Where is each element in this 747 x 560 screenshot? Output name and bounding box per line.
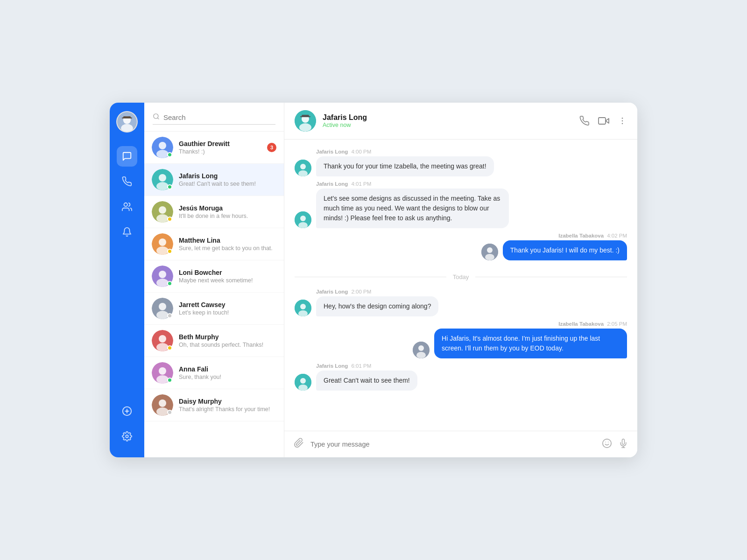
video-call-button[interactable] [598, 115, 609, 126]
contact-info: Jafaris Long Great! Can't wait to see th… [179, 172, 276, 187]
avatar-wrap [152, 137, 173, 158]
svg-point-46 [622, 118, 623, 119]
message-sender: Jafaris Long [316, 363, 348, 369]
svg-point-67 [603, 439, 611, 447]
message-avatar [295, 374, 311, 391]
svg-rect-43 [300, 116, 310, 117]
svg-point-31 [159, 335, 166, 343]
message-meta: Izabella Tabakova 4:02 PM [503, 233, 627, 238]
svg-point-41 [299, 123, 311, 132]
message-avatar [295, 211, 311, 228]
message-time: 4:01 PM [351, 181, 371, 187]
message-avatar [413, 342, 430, 358]
messages-area: Jafaris Long 4:00 PM Thank you for your … [284, 140, 637, 431]
contact-item[interactable]: Beth Murphy Oh, that sounds perfect. Tha… [144, 325, 284, 357]
sidebar-item-settings[interactable] [117, 426, 137, 447]
attach-button[interactable] [294, 438, 304, 451]
contact-item[interactable]: Anna Fali Sure, thank you! [144, 357, 284, 389]
sidebar-item-contacts[interactable] [117, 196, 137, 217]
contact-preview: It'll be done in a few hours. [179, 213, 276, 219]
chat-header-info: Jafaris Long Active now [323, 113, 573, 128]
sidebar-item-notifications[interactable] [117, 222, 137, 242]
message-input-bar [284, 431, 637, 457]
chat-contact-name: Jafaris Long [323, 113, 573, 122]
contact-item[interactable]: Matthew Lina Sure, let me get back to yo… [144, 228, 284, 260]
sidebar-item-phone[interactable] [117, 171, 137, 192]
status-dot [167, 345, 172, 350]
contact-info: Daisy Murphy That's alright! Thanks for … [179, 398, 276, 413]
search-input[interactable] [163, 113, 275, 121]
message-avatar [295, 160, 311, 176]
svg-point-9 [126, 435, 128, 438]
contact-item[interactable]: Jafaris Long Great! Can't wait to see th… [144, 164, 284, 196]
unread-badge: 3 [267, 143, 276, 152]
message-bubble: Great! Can't wait to see them! [316, 371, 417, 391]
svg-point-53 [300, 216, 306, 221]
contact-preview: Sure, let me get back to you on that. [179, 245, 276, 252]
contact-item[interactable]: Daisy Murphy That's alright! Thanks for … [144, 389, 284, 421]
emoji-button[interactable] [602, 438, 612, 451]
message-sender: Jafaris Long [316, 181, 348, 187]
svg-point-19 [159, 206, 166, 214]
contact-preview: Thanks! :) [179, 148, 261, 155]
search-input-wrap[interactable] [153, 113, 275, 125]
status-dot [167, 281, 172, 286]
sidebar-item-add[interactable] [117, 401, 137, 421]
contact-item[interactable]: Jesús Moruga It'll be done in a few hour… [144, 196, 284, 228]
message-sender: Jafaris Long [316, 149, 348, 154]
message-bubble-wrap: Jafaris Long 6:01 PM Great! Can't wait t… [316, 363, 417, 391]
contact-preview: That's alright! Thanks for your time! [179, 406, 276, 413]
message-input[interactable] [310, 441, 595, 448]
message-bubble: Thank you Jafaris! I will do my best. :) [503, 240, 627, 260]
contact-preview: Great! Can't wait to see them! [179, 181, 276, 187]
date-divider: Today [295, 273, 627, 280]
message-sender: Izabella Tabakova [558, 233, 604, 238]
avatar-wrap [152, 169, 173, 190]
status-dot [167, 217, 172, 222]
contacts-list: Gauthier Drewitt Thanks! :) 3 Jafaris Lo… [144, 132, 284, 457]
contact-preview: Oh, that sounds perfect. Thanks! [179, 342, 276, 348]
svg-point-56 [487, 247, 493, 253]
search-icon [153, 113, 160, 121]
status-dot [167, 410, 172, 415]
avatar-wrap [152, 330, 173, 351]
message-bubble-wrap: Jafaris Long 4:00 PM Thank you for your … [316, 149, 494, 176]
message-bubble-wrap: Jafaris Long 4:01 PM Let's see some desi… [316, 181, 509, 228]
avatar-wrap [152, 394, 173, 416]
message-meta: Jafaris Long 4:00 PM [316, 149, 494, 154]
call-button[interactable] [579, 116, 590, 126]
message-row: Izabella Tabakova 4:02 PM Thank you Jafa… [295, 233, 627, 260]
svg-point-16 [159, 174, 166, 182]
status-dot [167, 249, 172, 254]
message-bubble-wrap: Izabella Tabakova 4:02 PM Thank you Jafa… [503, 233, 627, 260]
contact-preview: Maybe next week sometime! [179, 277, 276, 284]
avatar-wrap [152, 298, 173, 319]
svg-point-65 [300, 378, 306, 384]
avatar-wrap [152, 266, 173, 287]
message-meta: Jafaris Long 2:00 PM [316, 289, 438, 294]
chat-header-actions [579, 115, 627, 126]
svg-point-50 [300, 164, 306, 169]
chat-header: Jafaris Long Active now [284, 103, 637, 140]
svg-point-57 [485, 254, 494, 260]
contact-info: Gauthier Drewitt Thanks! :) [179, 140, 261, 155]
microphone-button[interactable] [619, 439, 628, 450]
contact-name: Loni Bowcher [179, 269, 276, 276]
contact-name: Anna Fali [179, 365, 276, 373]
contact-item[interactable]: Jarrett Cawsey Let's keep in touch! [144, 293, 284, 325]
more-options-button[interactable] [618, 116, 627, 126]
contact-item[interactable]: Gauthier Drewitt Thanks! :) 3 [144, 132, 284, 164]
message-row: Izabella Tabakova 2:05 PM Hi Jafaris, It… [295, 321, 627, 358]
contact-preview: Let's keep in touch! [179, 309, 276, 316]
message-time: 4:02 PM [607, 233, 627, 238]
message-time: 2:00 PM [351, 289, 371, 294]
message-avatar [481, 244, 498, 260]
svg-point-47 [622, 120, 623, 122]
user-avatar[interactable] [116, 111, 138, 133]
chat-header-avatar [295, 110, 316, 132]
svg-point-28 [159, 303, 166, 310]
message-sender: Izabella Tabakova [558, 321, 604, 327]
sidebar-item-chat[interactable] [117, 146, 137, 167]
contact-item[interactable]: Loni Bowcher Maybe next week sometime! [144, 260, 284, 293]
contact-preview: Sure, thank you! [179, 374, 276, 380]
